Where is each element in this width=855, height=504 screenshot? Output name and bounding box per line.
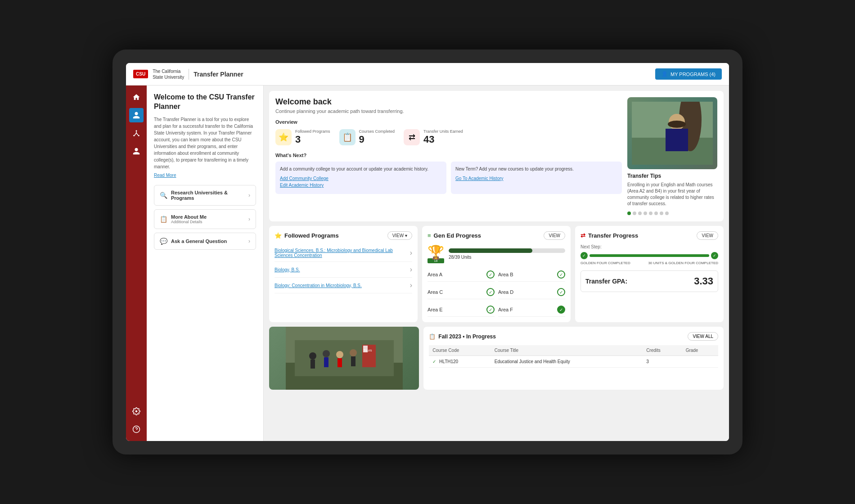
stat-courses-completed: 📋 Courses Completed 9 bbox=[339, 129, 395, 145]
sidebar-icons bbox=[126, 86, 147, 441]
dot-8[interactable] bbox=[665, 212, 669, 215]
progress-text: 28/39 Units bbox=[449, 255, 565, 260]
courses-title: 📋 Fall 2023 • In Progress bbox=[429, 333, 496, 340]
gen-ed-title: ≡ Gen Ed Progress bbox=[428, 232, 481, 239]
followed-programs-card: ⭐ Followed Programs VIEW ▾ Biological Sc… bbox=[269, 226, 418, 322]
courses-icon: 📋 bbox=[342, 132, 352, 142]
tp-bar bbox=[590, 254, 709, 257]
program-item-2[interactable]: Biology, B.S. › bbox=[274, 262, 412, 278]
next-card-2: New Term? Add your new courses to update… bbox=[451, 162, 622, 194]
programs-icon: 👤 bbox=[662, 71, 668, 77]
sidebar-network-icon[interactable] bbox=[129, 126, 144, 140]
progress-bar-bg bbox=[449, 248, 565, 253]
dot-6[interactable] bbox=[654, 212, 658, 215]
nav-about-me-chevron: › bbox=[248, 216, 250, 222]
trophy-icon: 🏆 bbox=[428, 245, 444, 260]
program-link-2: Biology, B.S. bbox=[274, 267, 300, 272]
area-a-check: ✓ bbox=[486, 270, 495, 279]
followed-programs-label: Followed Programs bbox=[295, 129, 330, 134]
transfer-progress-view-btn[interactable]: VIEW bbox=[697, 231, 718, 240]
hero-section: Transfer Tips Enrolling in your English … bbox=[627, 97, 717, 215]
area-d-label: Area D bbox=[498, 289, 513, 295]
area-c-row: Area C ✓ bbox=[428, 285, 495, 299]
dot-2[interactable] bbox=[633, 212, 636, 215]
program-item-3[interactable]: Biology: Concentration in Microbiology, … bbox=[274, 278, 412, 293]
gpa-row: Transfer GPA: 3.33 bbox=[580, 270, 718, 292]
nav-research[interactable]: 🔍 Research Universities & Programs › bbox=[154, 185, 256, 206]
course-grade-cell bbox=[682, 356, 718, 368]
transfer-tips-text: Enrolling in your English and Math cours… bbox=[627, 182, 717, 207]
followed-programs-header: ⭐ Followed Programs VIEW ▾ bbox=[274, 231, 412, 240]
svg-point-0 bbox=[136, 130, 137, 131]
overview-label: Overview bbox=[275, 119, 622, 125]
gen-ed-view-btn[interactable]: VIEW bbox=[544, 231, 565, 240]
my-programs-button[interactable]: 👤 MY PROGRAMS (4) bbox=[655, 68, 722, 80]
star-icon: ⭐ bbox=[279, 132, 288, 142]
courses-table: Course Code Course Title Credits Grade ✓ bbox=[429, 345, 718, 368]
followed-programs-value: 3 bbox=[295, 134, 330, 145]
progress-bar-fill bbox=[449, 248, 532, 253]
sidebar-settings-icon[interactable] bbox=[129, 404, 144, 418]
read-more-link[interactable]: Read More bbox=[154, 173, 256, 178]
dot-4[interactable] bbox=[644, 212, 647, 215]
transfer-progress-icon: ⇄ bbox=[580, 232, 585, 239]
svg-point-21 bbox=[350, 349, 357, 356]
area-b-label: Area B bbox=[498, 272, 513, 277]
transfer-progress-card: ⇄ Transfer Progress VIEW Next Step: ✓ ✓ bbox=[575, 226, 724, 322]
dot-7[interactable] bbox=[660, 212, 663, 215]
dot-1[interactable] bbox=[627, 212, 631, 215]
bottom-grid: ⭐ Followed Programs VIEW ▾ Biological Sc… bbox=[269, 226, 724, 322]
sidebar-user2-icon[interactable] bbox=[129, 144, 144, 158]
sidebar-home-icon[interactable] bbox=[129, 90, 144, 104]
go-to-academic-history-link[interactable]: Go To Academic History bbox=[455, 176, 617, 181]
svg-rect-22 bbox=[351, 356, 356, 366]
campus-image: Tours bbox=[269, 327, 419, 390]
transfer-tips: Transfer Tips Enrolling in your English … bbox=[627, 173, 717, 215]
area-c-check: ✓ bbox=[486, 288, 495, 296]
col-credits: Credits bbox=[643, 345, 682, 356]
next-cards: Add a community college to your account … bbox=[275, 162, 622, 194]
program-item-1[interactable]: Biological Sciences, B.S.: Microbiology … bbox=[274, 244, 412, 262]
gpa-value: 3.33 bbox=[694, 275, 713, 287]
area-a-row: Area A ✓ bbox=[428, 268, 495, 282]
transfer-progress-title: ⇄ Transfer Progress bbox=[580, 232, 638, 239]
nav-about-me[interactable]: 📋 More About Me Additional Details › bbox=[154, 209, 256, 229]
carousel-dots bbox=[627, 212, 717, 215]
program-link-3: Biology: Concentration in Microbiology, … bbox=[274, 283, 362, 288]
sidebar-person-icon[interactable] bbox=[129, 108, 144, 122]
svg-point-1 bbox=[133, 135, 135, 136]
svg-point-17 bbox=[323, 350, 330, 357]
next-card-1: Add a community college to your account … bbox=[275, 162, 446, 194]
courses-header: 📋 Fall 2023 • In Progress VIEW ALL bbox=[429, 332, 718, 341]
transfer-progress-header: ⇄ Transfer Progress VIEW bbox=[580, 231, 718, 240]
next-card-1-text: Add a community college to your account … bbox=[280, 166, 442, 172]
hero-image bbox=[627, 97, 717, 169]
university-name: The California State University bbox=[153, 68, 184, 80]
sidebar-help-icon[interactable] bbox=[129, 422, 144, 436]
star-icon-small: ⭐ bbox=[274, 232, 282, 239]
search-icon: 🔍 bbox=[160, 192, 167, 199]
stat-followed-programs: ⭐ Followed Programs 3 bbox=[275, 129, 330, 145]
add-community-college-link[interactable]: Add Community College bbox=[280, 176, 442, 181]
transfer-progress-bar: ✓ ✓ bbox=[580, 252, 718, 259]
chat-icon: 💬 bbox=[160, 238, 167, 245]
chevron-down-icon: ▾ bbox=[405, 233, 407, 238]
view-all-courses-btn[interactable]: VIEW ALL bbox=[688, 332, 718, 341]
svg-rect-18 bbox=[324, 357, 328, 367]
svg-rect-10 bbox=[666, 129, 688, 151]
bottom-row: Tours 📋 Fall 2023 • In Progress VIEW ALL bbox=[269, 327, 724, 390]
area-b-row: Area B ✓ bbox=[498, 268, 565, 282]
header: CSU The California State University Tran… bbox=[126, 63, 729, 86]
courses-icon-container: 📋 bbox=[339, 129, 356, 145]
edit-academic-history-link[interactable]: Edit Academic History bbox=[280, 183, 442, 188]
nav-ask-question[interactable]: 💬 Ask a General Question › bbox=[154, 233, 256, 250]
dot-5[interactable] bbox=[649, 212, 652, 215]
nav-about-me-sub: Additional Details bbox=[171, 220, 207, 224]
area-f-row: Area F ✓ bbox=[498, 303, 565, 317]
next-card-2-text: New Term? Add your new courses to update… bbox=[455, 166, 617, 172]
nav-ask-chevron: › bbox=[248, 238, 250, 244]
nav-ask-label: Ask a General Question bbox=[171, 238, 227, 244]
dot-3[interactable] bbox=[638, 212, 642, 215]
followed-programs-view-btn[interactable]: VIEW ▾ bbox=[387, 231, 412, 240]
area-e-check: ✓ bbox=[486, 306, 495, 314]
